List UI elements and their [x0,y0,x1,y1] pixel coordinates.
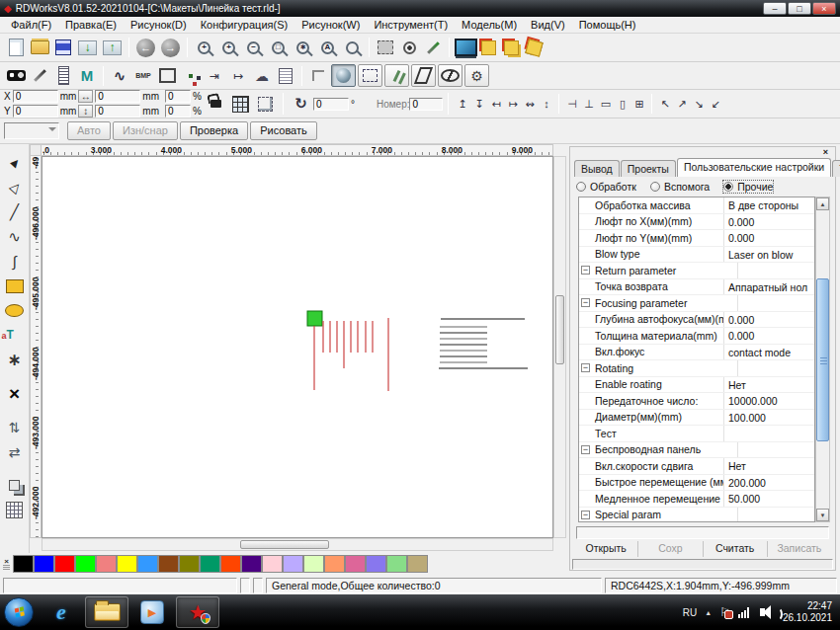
vscroll-thumb[interactable] [555,295,564,364]
color-swatch[interactable] [283,555,303,573]
setting-value[interactable]: Нет [723,458,814,474]
select-frame-button[interactable] [358,64,382,87]
palette-close-icon[interactable]: × [4,558,9,565]
scroll-up-icon[interactable]: ▲ [816,197,829,210]
equal-vspace-button[interactable]: ⊥ [580,96,597,113]
node-edit-button[interactable] [179,64,203,88]
in-out-button[interactable]: Изн/снар [113,121,178,140]
layer-combo[interactable] [4,122,59,139]
setting-row[interactable]: − Беспроводная панель [579,442,814,459]
canvas-hscrollbar[interactable] [42,538,553,551]
mirror-horizontal-tool[interactable]: ⇄ [2,439,28,464]
tab-projects[interactable]: Проекты [621,160,676,177]
color-swatch[interactable] [13,555,34,573]
same-width-button[interactable]: ▭ [597,96,614,113]
zoom-select-button[interactable]: A [321,41,334,54]
settings-scrollbar[interactable]: ▲ ▼ [815,197,830,522]
tab-test[interactable]: Те [832,160,840,177]
ellipse-tool[interactable] [2,298,28,323]
copy-offset-button[interactable] [253,92,278,116]
panel-close-icon[interactable]: × [819,147,832,158]
setting-value[interactable]: 0.000 [723,214,814,230]
color-swatch[interactable] [96,555,117,573]
maximize-button[interactable]: □ [788,2,811,15]
center-vertical-button[interactable]: ↕ [538,96,554,113]
render-sphere-button[interactable] [331,64,356,87]
setting-row[interactable]: Толщина материала(mm) 0.000 [579,328,814,345]
setting-row[interactable]: Люфт по Y(мм)(mm) 0.000 [579,230,814,247]
rectangle-tool[interactable] [2,274,28,298]
setting-value[interactable]: 200.000 [723,475,814,491]
color-swatch[interactable] [407,555,428,573]
array-copy-button[interactable] [502,39,521,57]
collapse-icon[interactable]: − [581,445,590,454]
number-input[interactable] [409,98,443,111]
menu-view[interactable]: Вид(V) [524,19,572,31]
setting-row[interactable]: Передаточное число: 10000.000 [579,393,814,410]
collapse-icon[interactable]: − [581,363,590,372]
menu-draw[interactable]: Рисунок(D) [124,19,194,31]
same-height-button[interactable]: ▯ [614,96,630,113]
setting-row[interactable]: Blow type Laser on blow [579,247,814,264]
setting-value[interactable]: contact mode [723,345,814,360]
camera-button[interactable] [4,64,28,88]
text-tool[interactable]: aT [2,323,28,348]
setting-value[interactable]: В две стороны [723,197,814,213]
radio-processing[interactable]: Обработк [576,181,636,193]
delete-tool[interactable]: × [2,381,28,406]
center-horizontal-button[interactable]: ↭ [521,96,538,113]
mirror-vertical-tool[interactable]: ⇅ [2,415,28,439]
color-swatch[interactable] [179,555,200,573]
mirror-left-button[interactable]: ↤ [487,96,504,113]
setting-value[interactable]: 0.000 [723,328,814,344]
rotate-button[interactable]: ↻ [289,92,313,116]
width-percent-input[interactable] [165,90,191,103]
setting-value[interactable]: 0.000 [723,312,814,328]
zoom-in-button[interactable]: + [222,41,235,54]
action-center-icon[interactable]: ⚐ [719,605,730,619]
setting-row[interactable]: − Special param [579,508,814,523]
align-top-right-button[interactable]: ↗ [673,96,690,113]
tab-user-settings[interactable]: Пользовательские настройки [677,158,831,177]
setting-row[interactable]: Глубина автофокуса(мм)(mn 0.000 [579,312,814,329]
taskbar-explorer-button[interactable] [85,596,128,628]
curve-smooth-button[interactable]: ∿ [108,64,131,88]
setting-value[interactable] [737,442,814,458]
color-swatch[interactable] [303,555,324,573]
setting-value[interactable]: 0.000 [723,230,814,246]
drawing-canvas[interactable] [42,156,553,538]
setting-value[interactable]: Аппаратный нол [723,279,814,295]
mirror-bottom-button[interactable]: ↧ [470,96,487,113]
align-bottom-left-button[interactable]: ↙ [707,96,723,113]
color-swatch[interactable] [241,555,262,573]
read-settings-button[interactable]: Считать [704,541,768,557]
measure-pen-button[interactable] [421,36,445,59]
color-swatch[interactable] [117,555,137,573]
volume-icon[interactable] [760,608,765,616]
zoom-out-button[interactable]: − [247,41,260,54]
rotate-angle-input[interactable] [313,98,349,111]
color-swatch[interactable] [75,555,96,573]
color-swatch[interactable] [34,555,54,573]
setting-row[interactable]: Тест [579,426,814,442]
tray-clock[interactable]: 22:47 26.10.2021 [783,600,832,624]
mirror-top-button[interactable]: ↥ [454,96,470,113]
save-file-button[interactable] [51,36,75,59]
array-output-button[interactable] [479,39,498,57]
language-indicator[interactable]: RU [683,607,697,618]
setting-value[interactable] [723,426,814,441]
new-file-button[interactable] [4,36,28,59]
tray-expand-icon[interactable]: ▲ [705,609,712,616]
setting-row[interactable]: Точка возврата Аппаратный нол [579,279,814,296]
setting-row[interactable]: Enable roating Нет [579,377,814,394]
write-settings-button[interactable]: Записать [768,541,831,557]
fill-tool[interactable] [2,498,28,522]
radio-auxiliary[interactable]: Вспомога [650,181,710,193]
setting-value[interactable]: Laser on blow [723,247,814,263]
same-size-button[interactable]: ⊞ [630,96,647,113]
minimize-button[interactable]: – [763,2,787,15]
selected-node-handle[interactable] [307,311,322,326]
double-check-button[interactable] [384,64,409,87]
align-bottom-right-button[interactable]: ↘ [690,96,707,113]
x-position-input[interactable] [13,90,58,103]
